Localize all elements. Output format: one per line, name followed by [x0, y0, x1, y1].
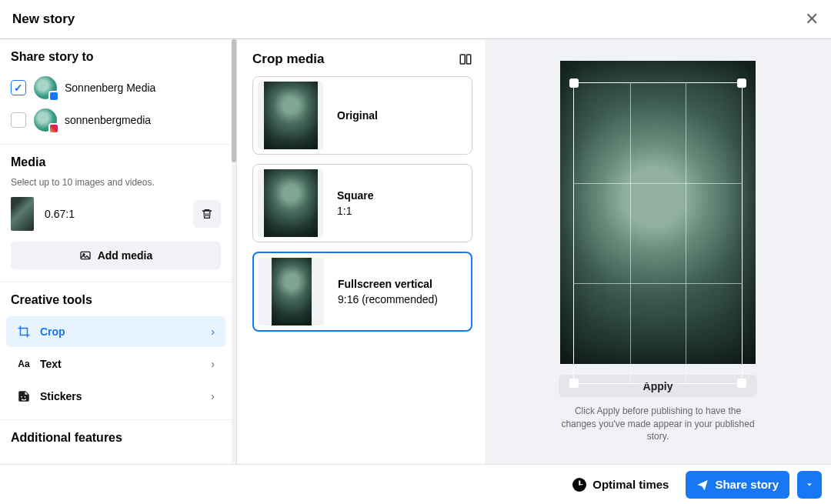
add-media-button[interactable]: Add media: [11, 242, 221, 269]
tool-label: Text: [40, 358, 62, 370]
caret-down-icon: [805, 480, 814, 489]
additional-section-title: Additional features: [0, 420, 232, 452]
crop-option-name: Original: [337, 109, 378, 122]
tool-text[interactable]: Aa Text ›: [6, 349, 225, 379]
trash-icon: [201, 208, 213, 220]
optimal-times-button[interactable]: Optimal times: [563, 478, 678, 492]
sticker-icon: [17, 389, 31, 403]
account-name: sonnenbergmedia: [65, 114, 151, 126]
crop-icon: [17, 325, 31, 339]
facebook-badge-icon: [48, 91, 59, 102]
svg-rect-4: [460, 55, 465, 64]
tools-section-title: Creative tools: [0, 282, 232, 315]
crop-thumbnail: [264, 169, 318, 237]
grid-line: [574, 183, 742, 184]
share-story-button[interactable]: Share story: [686, 471, 789, 499]
grid-line: [686, 83, 686, 383]
image-icon: [79, 249, 92, 262]
tool-label: Stickers: [40, 390, 82, 402]
crop-option-sub: 1:1: [337, 205, 373, 217]
share-dropdown-button[interactable]: [797, 471, 822, 499]
preview-panel: Apply Click Apply before publishing to h…: [485, 39, 831, 464]
share-section-title: Share story to: [0, 39, 232, 72]
chevron-right-icon: ›: [211, 358, 215, 370]
share-account-row[interactable]: ✓ Sonnenberg Media: [0, 72, 232, 104]
media-subtitle: Select up to 10 images and videos.: [0, 177, 232, 195]
crop-option-original[interactable]: Original: [252, 76, 472, 155]
close-icon[interactable]: ✕: [805, 9, 819, 29]
clock-icon: [572, 478, 586, 492]
crop-option-fullscreen-vertical[interactable]: Fullscreen vertical 9:16 (recommended): [252, 252, 472, 332]
tool-crop[interactable]: Crop ›: [6, 316, 225, 347]
crop-option-square[interactable]: Square 1:1: [252, 164, 472, 242]
preview-image[interactable]: [560, 61, 756, 364]
optimal-times-label: Optimal times: [592, 478, 669, 491]
scrollbar-thumb[interactable]: [232, 39, 236, 162]
grid-line: [630, 83, 631, 383]
share-account-row[interactable]: sonnenbergmedia: [0, 104, 232, 136]
footer: Optimal times Share story: [0, 464, 831, 504]
account-avatar: [34, 108, 57, 132]
apply-hint: Click Apply before publishing to have th…: [559, 405, 757, 442]
media-section-title: Media: [0, 145, 232, 177]
grid-line: [574, 283, 742, 284]
crop-option-name: Square: [337, 189, 373, 202]
crop-handle-top-right[interactable]: [737, 78, 746, 88]
svg-rect-3: [25, 396, 26, 398]
add-media-label: Add media: [98, 249, 153, 262]
crop-handle-bottom-left[interactable]: [569, 379, 579, 388]
chevron-right-icon: ›: [211, 325, 215, 338]
account-checkbox[interactable]: ✓: [11, 80, 26, 95]
svg-rect-2: [21, 396, 22, 398]
chevron-right-icon: ›: [211, 390, 215, 402]
media-thumbnail[interactable]: [11, 197, 34, 231]
crop-option-name: Fullscreen vertical: [338, 278, 438, 290]
left-panel: Share story to ✓ Sonnenberg Media sonnen…: [0, 39, 237, 464]
resize-panel-icon[interactable]: [459, 52, 472, 66]
dialog-title: New story: [12, 12, 75, 27]
tool-label: Crop: [40, 325, 65, 338]
crop-panel: Crop media Original Square 1:1 Ful: [237, 39, 485, 464]
crop-thumbnail: [272, 258, 312, 325]
tool-stickers[interactable]: Stickers ›: [6, 381, 225, 412]
svg-rect-5: [467, 55, 471, 64]
account-name: Sonnenberg Media: [65, 82, 155, 94]
crop-title: Crop media: [252, 52, 325, 67]
crop-option-sub: 9:16 (recommended): [338, 293, 438, 305]
instagram-badge-icon: [48, 123, 59, 134]
crop-handle-top-left[interactable]: [569, 78, 579, 88]
check-icon: ✓: [14, 82, 23, 94]
text-icon: Aa: [17, 357, 31, 371]
share-story-label: Share story: [715, 478, 779, 491]
crop-thumbnail: [264, 82, 318, 149]
dialog-header: New story ✕: [0, 0, 831, 39]
crop-handle-bottom-right[interactable]: [737, 379, 746, 388]
crop-frame[interactable]: [573, 82, 743, 384]
account-avatar: [34, 76, 57, 99]
media-ratio: 0.67:1: [45, 208, 75, 220]
delete-media-button[interactable]: [193, 200, 221, 228]
paper-plane-icon: [696, 479, 709, 491]
account-checkbox[interactable]: [11, 112, 26, 128]
scrollbar[interactable]: [232, 39, 236, 464]
media-item-row: 0.67:1: [0, 195, 232, 242]
